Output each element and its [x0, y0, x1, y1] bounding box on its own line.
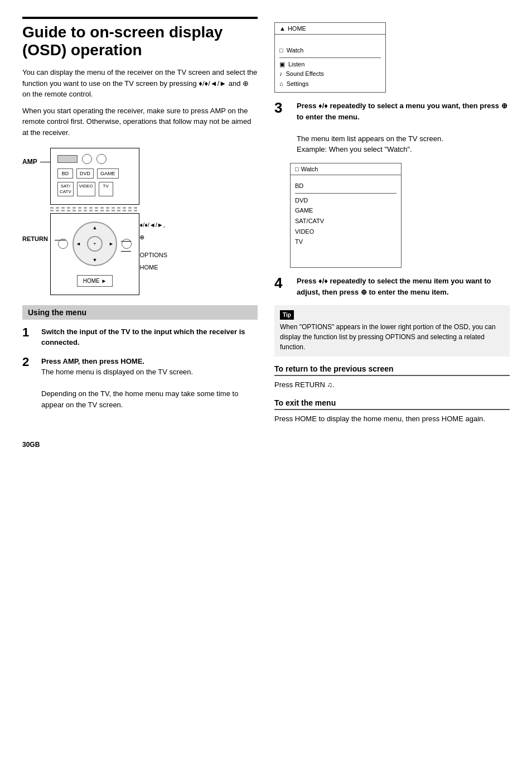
nav-right-arrow[interactable]: ►: [109, 241, 114, 247]
nav-symbols-label: ♦/♦/◄/►,: [139, 219, 167, 231]
return-section-title: To return to the previous screen: [274, 364, 510, 376]
osd2-item-4: VIDEO: [295, 227, 396, 237]
remote-diagram: AMP BD DVD GAME SAT/ CATV VIDEO TV: [22, 148, 167, 295]
options-label: OPTIONS: [139, 249, 167, 261]
btn-dvd[interactable]: DVD: [76, 168, 94, 179]
osd1-header-icon: ▲: [279, 25, 286, 32]
step-2: 2 Press AMP, then press HOME. The home m…: [22, 356, 258, 411]
btn-tv[interactable]: TV: [99, 182, 113, 196]
step-4: 4 Press ♦/♦ repeatedly to select the men…: [274, 276, 510, 297]
using-menu-header: Using the menu: [22, 305, 258, 320]
plus-symbol-label: ⊕: [139, 231, 167, 243]
osd1-item-0: □Watch: [279, 46, 381, 58]
osd2-body: BDDVDGAMESAT/CATVVIDEOTV: [291, 175, 401, 267]
remote-circle-1: [82, 154, 92, 164]
osd1-spacer: [279, 38, 381, 46]
tip-box: Tip When "OPTIONS" appears in the lower …: [274, 305, 510, 356]
step-3-number: 3: [274, 100, 290, 155]
nav-side-circle-left: [58, 239, 68, 249]
home-label: HOME: [139, 261, 167, 273]
amp-line: [40, 162, 50, 162]
amp-label: AMP: [22, 158, 37, 166]
nav-up-arrow[interactable]: ▲: [93, 225, 98, 230]
osd1-body: □Watch▣Listen♪Sound Effects⌂Settings: [275, 35, 385, 92]
step-4-bold: Press ♦/♦ repeatedly to select the menu …: [297, 277, 491, 296]
step-3-text1: The menu item list appears on the TV scr…: [297, 134, 443, 143]
page-footer: 30GB: [22, 441, 510, 449]
osd2-item-2: GAME: [295, 205, 396, 216]
home-btn-row: HOME ►: [77, 275, 113, 287]
osd2-header-icon: □: [295, 166, 299, 172]
nav-cluster: ▲ ▼ ◄ ► +: [72, 221, 117, 266]
osd2-item-3: SAT/CATV: [295, 216, 396, 227]
osd1-items: □Watch▣Listen♪Sound Effects⌂Settings: [279, 46, 381, 89]
remote-separator: [50, 205, 139, 214]
remote-buttons-row1: BD DVD GAME: [57, 168, 132, 179]
right-column: ▲ HOME □Watch▣Listen♪Sound Effects⌂Setti…: [274, 17, 510, 424]
step-3-bold: Press ♦/♦ repeatedly to select a menu yo…: [297, 102, 507, 121]
nav-enter-button[interactable]: +: [87, 236, 103, 252]
osd1-header: ▲ HOME: [275, 23, 385, 35]
step-1-text: Switch the input of the TV to the input …: [41, 327, 245, 347]
options-line: [121, 241, 131, 242]
home-button[interactable]: HOME ►: [77, 275, 113, 287]
remote-top-row1: [57, 154, 132, 164]
osd1-item-2: ♪Sound Effects: [279, 69, 381, 79]
home-line: [121, 251, 131, 252]
osd2-item-1: DVD: [295, 195, 396, 206]
nav-left-arrow[interactable]: ◄: [76, 241, 81, 247]
osd2-header-text: Watch: [301, 166, 318, 172]
step-1: 1 Switch the input of the TV to the inpu…: [22, 326, 258, 348]
return-section-text: Press RETURN ♫.: [274, 379, 510, 391]
step-3-content: Press ♦/♦ repeatedly to select a menu yo…: [297, 100, 510, 155]
btn-bd[interactable]: BD: [57, 168, 73, 179]
btn-sat[interactable]: SAT/ CATV: [57, 182, 74, 196]
osd1-header-text: HOME: [288, 25, 306, 32]
osd2-item-5: TV: [295, 237, 396, 247]
osd-screen-2: □ Watch BDDVDGAMESAT/CATVVIDEOTV: [290, 163, 402, 268]
step-2-text2: Depending on the TV, the home menu may t…: [41, 389, 238, 409]
step-2-number: 2: [22, 356, 35, 411]
exit-section-title: To exit the menu: [274, 398, 510, 410]
page-number: 30GB: [22, 441, 40, 449]
home-button-label: HOME ►: [83, 278, 107, 284]
nav-top-row: ▲ ▼ ◄ ► +: [58, 221, 132, 266]
osd2-header: □ Watch: [291, 163, 401, 175]
tip-text: When "OPTIONS" appears in the lower righ…: [280, 323, 496, 351]
remote-top: BD DVD GAME SAT/ CATV VIDEO TV: [50, 148, 139, 204]
remote-cassette: [57, 155, 78, 163]
nav-cluster-container: ▲ ▼ ◄ ► + HOME ►: [50, 213, 139, 295]
osd2-items: BDDVDGAMESAT/CATVVIDEOTV: [295, 181, 396, 247]
nav-side-circle-right: [122, 239, 132, 249]
nav-right-labels: ♦/♦/◄/►, ⊕ OPTIONS HOME: [139, 219, 167, 273]
step-4-content: Press ♦/♦ repeatedly to select the menu …: [297, 276, 510, 297]
step-4-number: 4: [274, 276, 290, 297]
step-1-content: Switch the input of the TV to the input …: [41, 326, 258, 348]
osd1-item-3: ⌂Settings: [279, 79, 381, 89]
btn-video[interactable]: VIDEO: [77, 182, 95, 196]
osd2-bottom-spacer: [295, 247, 396, 264]
btn-game[interactable]: GAME: [97, 168, 119, 179]
return-label: RETURN: [22, 235, 48, 242]
step-3: 3 Press ♦/♦ repeatedly to select a menu …: [274, 100, 510, 155]
exit-section-text: Press HOME to display the home menu, the…: [274, 413, 510, 425]
step-2-text1: The home menu is displayed on the TV scr…: [41, 368, 193, 376]
intro-para1: You can display the menu of the receiver…: [22, 67, 258, 100]
osd-screen-1: ▲ HOME □Watch▣Listen♪Sound Effects⌂Setti…: [274, 22, 386, 93]
step-1-number: 1: [22, 326, 35, 348]
tip-label: Tip: [280, 310, 294, 320]
nav-down-arrow[interactable]: ▼: [93, 257, 98, 263]
osd1-item-1: ▣Listen: [279, 58, 381, 70]
left-column: Guide to on-screen display (OSD) operati…: [22, 17, 258, 424]
step-3-text2: Example: When you select "Watch".: [297, 145, 412, 153]
step-2-bold: Press AMP, then press HOME.: [41, 357, 144, 365]
remote-buttons-row2: SAT/ CATV VIDEO TV: [57, 182, 132, 196]
remote-circle-2: [96, 154, 107, 164]
page-title: Guide to on-screen display (OSD) operati…: [22, 17, 258, 59]
intro-para2: When you start operating the receiver, m…: [22, 105, 258, 138]
nav-cluster-wrapper: RETURN ▲ ▼ ◄ ► +: [22, 213, 167, 295]
step-2-content: Press AMP, then press HOME. The home men…: [41, 356, 258, 411]
osd2-item-0: BD: [295, 181, 396, 194]
